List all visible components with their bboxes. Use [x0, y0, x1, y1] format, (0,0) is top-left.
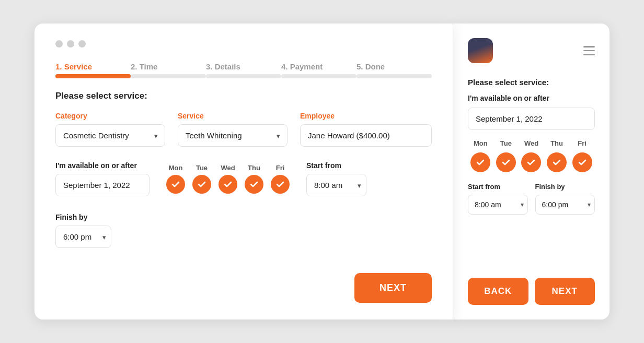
day-fri-label: Fri [276, 164, 285, 172]
sidebar-header [468, 38, 595, 63]
category-select[interactable]: Cosmetic Dentistry General Dentistry Ort… [55, 124, 165, 147]
category-label: Category [55, 112, 165, 120]
day-wed-label: Wed [221, 164, 235, 172]
sidebar-avail-label: I'm available on or after [468, 94, 595, 102]
day-thu-label: Thu [248, 164, 260, 172]
sidebar-section-title: Please select service: [468, 78, 595, 87]
start-from-select[interactable]: 8:00 am8:30 am9:00 am9:30 am 10:00 am10:… [306, 174, 366, 196]
dot-1 [55, 40, 63, 48]
category-field-group: Category Cosmetic Dentistry General Dent… [55, 112, 165, 147]
step-done: 5. Done [356, 62, 432, 78]
step-time-label: 2. Time [131, 62, 206, 71]
sidebar-day-fri-check[interactable] [572, 152, 592, 172]
start-from-field: Start from 8:00 am8:30 am9:00 am9:30 am … [306, 161, 366, 196]
sidebar-finish-by-label: Finish by [535, 183, 595, 191]
steps-bar: 1. Service 2. Time 3. Details 4. Payment… [55, 62, 432, 78]
sidebar-day-fri-check-wrap [569, 152, 595, 172]
day-thu-check[interactable] [245, 175, 263, 194]
sidebar-next-button[interactable]: NEXT [535, 278, 595, 305]
sidebar-days-checks [468, 152, 595, 172]
step-payment: 4. Payment [281, 62, 356, 78]
sidebar-start-from-field: Start from 8:00 am8:30 am9:00 am ▾ [468, 183, 528, 215]
sidebar-panel: Please select service: I'm available on … [453, 23, 610, 320]
availability-label: I'm available on or after [55, 161, 150, 170]
back-button[interactable]: BACK [468, 278, 528, 305]
finish-by-field: Finish by 1:00 pm2:00 pm3:00 pm4:00 pm 5… [55, 213, 111, 248]
finish-by-select[interactable]: 1:00 pm2:00 pm3:00 pm4:00 pm 5:00 pm6:00… [55, 226, 111, 248]
sidebar-day-thu-label: Thu [544, 139, 570, 147]
availability-field: I'm available on or after [55, 161, 150, 196]
step-details-label: 3. Details [206, 62, 281, 71]
employee-display: Jane Howard ($400.00) [300, 124, 432, 147]
sidebar-day-tue-check-wrap [493, 152, 519, 172]
start-from-label: Start from [306, 161, 366, 170]
sidebar-day-mon-check-wrap [468, 152, 493, 172]
sidebar-time-row: Start from 8:00 am8:30 am9:00 am ▾ Finis… [468, 183, 595, 215]
step-time: 2. Time [131, 62, 206, 78]
app-logo [468, 38, 493, 63]
step-time-bar [131, 74, 206, 78]
day-fri: Fri [271, 164, 290, 194]
sidebar-days-header: Mon Tue Wed Thu Fri [468, 139, 595, 147]
sidebar-day-mon-check[interactable] [470, 152, 490, 172]
day-mon-label: Mon [169, 164, 183, 172]
sidebar-finish-by-select[interactable]: 4:00 pm5:00 pm6:00 pm [535, 195, 595, 215]
service-select-wrapper: Teeth Whitening Dental Cleaning Root Can… [178, 124, 288, 147]
category-select-wrapper: Cosmetic Dentistry General Dentistry Ort… [55, 124, 165, 147]
step-details-bar [206, 74, 281, 78]
day-tue-label: Tue [196, 164, 208, 172]
day-thu: Thu [245, 164, 263, 194]
service-select[interactable]: Teeth Whitening Dental Cleaning Root Can… [178, 124, 288, 147]
sidebar-day-wed-check-wrap [519, 152, 544, 172]
sidebar-footer: BACK NEXT [468, 278, 595, 305]
sidebar-day-thu-check-wrap [544, 152, 570, 172]
step-service-bar [55, 74, 131, 78]
hamburger-line-1 [583, 46, 595, 48]
day-tue-check[interactable] [192, 175, 211, 194]
step-service-label: 1. Service [55, 62, 131, 71]
date-input[interactable] [55, 174, 150, 196]
step-service: 1. Service [55, 62, 131, 78]
main-footer: NEXT [55, 273, 432, 303]
sidebar-day-wed-check[interactable] [521, 152, 541, 172]
hamburger-line-3 [583, 54, 595, 55]
day-wed: Wed [218, 164, 237, 194]
sidebar-date-input[interactable] [468, 108, 595, 130]
dot-2 [67, 40, 74, 48]
day-mon-check[interactable] [166, 175, 185, 194]
sidebar-day-tue-label: Tue [493, 139, 519, 147]
step-details: 3. Details [206, 62, 281, 78]
step-payment-label: 4. Payment [281, 62, 356, 71]
selectors-row: Category Cosmetic Dentistry General Dent… [55, 112, 432, 147]
window-dots [55, 40, 432, 48]
sidebar-finish-by-select-wrapper: 4:00 pm5:00 pm6:00 pm ▾ [535, 195, 595, 215]
sidebar-day-mon-label: Mon [468, 139, 493, 147]
sidebar-start-from-label: Start from [468, 183, 528, 191]
next-button[interactable]: NEXT [354, 273, 432, 303]
hamburger-icon[interactable] [583, 46, 595, 55]
day-tue: Tue [192, 164, 211, 194]
step-done-label: 5. Done [356, 62, 432, 71]
sidebar-finish-by-field: Finish by 4:00 pm5:00 pm6:00 pm ▾ [535, 183, 595, 215]
main-booking-panel: 1. Service 2. Time 3. Details 4. Payment… [34, 23, 453, 320]
service-label: Service [178, 112, 288, 120]
days-group: Mon Tue Wed [166, 164, 290, 194]
step-payment-bar [281, 74, 356, 78]
day-wed-check[interactable] [218, 175, 237, 194]
sidebar-day-thu-check[interactable] [547, 152, 567, 172]
employee-label: Employee [300, 112, 432, 120]
day-fri-check[interactable] [271, 175, 290, 194]
sidebar-day-fri-label: Fri [569, 139, 595, 147]
sidebar-start-from-select[interactable]: 8:00 am8:30 am9:00 am [468, 195, 528, 215]
finish-by-label: Finish by [55, 213, 111, 221]
step-done-bar [356, 74, 432, 78]
sidebar-day-tue-check[interactable] [496, 152, 516, 172]
start-from-select-wrapper: 8:00 am8:30 am9:00 am9:30 am 10:00 am10:… [306, 174, 366, 196]
dot-3 [78, 40, 86, 48]
employee-field-group: Employee Jane Howard ($400.00) [300, 112, 432, 147]
hamburger-line-2 [583, 50, 595, 52]
finish-by-select-wrapper: 1:00 pm2:00 pm3:00 pm4:00 pm 5:00 pm6:00… [55, 226, 111, 248]
service-field-group: Service Teeth Whitening Dental Cleaning … [178, 112, 288, 147]
day-mon: Mon [166, 164, 185, 194]
sidebar-day-wed-label: Wed [519, 139, 544, 147]
